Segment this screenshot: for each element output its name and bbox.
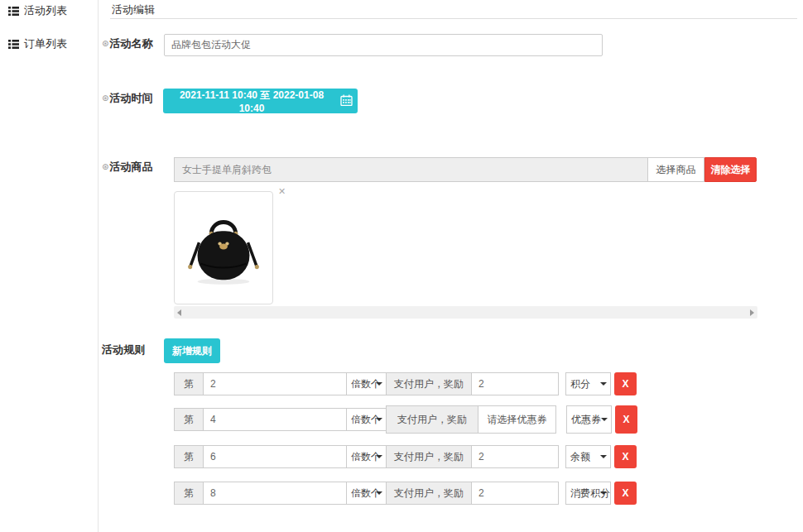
clear-selection-button[interactable]: 清除选择 <box>704 157 757 182</box>
required-mark: ⊛ <box>102 162 108 171</box>
caret-down-icon <box>600 455 607 458</box>
activity-time-label: ⊛活动时间 <box>102 91 152 106</box>
rule-unit-select[interactable]: 倍数个 <box>346 408 387 431</box>
remove-thumbnail-icon[interactable]: ✕ <box>278 187 286 196</box>
sidebar-item-label: 订单列表 <box>24 36 67 51</box>
reward-prefix-label: 支付用户，奖励 <box>386 482 472 505</box>
delete-rule-button[interactable]: X <box>614 445 637 468</box>
scroll-left-icon[interactable] <box>177 309 181 316</box>
thumbnail-scrollbar[interactable] <box>174 306 757 319</box>
reward-prefix-label: 支付用户，奖励 <box>386 445 472 468</box>
caret-down-icon <box>376 418 382 421</box>
add-rule-button[interactable]: 新增规则 <box>164 338 220 363</box>
reward-type-select[interactable]: 积分 <box>565 372 611 395</box>
rule-reward-input[interactable] <box>471 445 559 468</box>
caret-down-icon <box>376 455 382 458</box>
required-mark: ⊛ <box>102 93 108 103</box>
rule-unit-select[interactable]: 倍数个 <box>346 372 387 395</box>
page: 活动列表 订单列表 活动编辑 ⊛活动名称 ⊛活动时间 2021-11-11 10… <box>0 0 803 532</box>
reward-type-select[interactable]: 消费积分 <box>565 482 611 505</box>
activity-product-label: ⊛活动商品 <box>102 160 152 175</box>
delete-rule-button[interactable]: X <box>615 405 637 434</box>
activity-time-range-button[interactable]: 2021-11-11 10:40 至 2022-01-08 10:40 <box>163 89 358 113</box>
rule-reward-input[interactable] <box>471 482 559 505</box>
activity-name-input[interactable] <box>164 34 603 56</box>
rule-count-input[interactable] <box>203 482 347 505</box>
caret-down-icon <box>600 382 607 386</box>
tab-activity-edit[interactable]: 活动编辑 <box>112 2 155 17</box>
ordinal-prefix-label: 第 <box>174 408 204 431</box>
rule-row: 第 倍数个 支付用户，奖励 积分 X <box>174 372 637 395</box>
product-thumbnail <box>174 191 273 304</box>
activity-name-label: ⊛活动名称 <box>102 36 152 51</box>
scroll-right-icon[interactable] <box>750 309 754 316</box>
list-icon <box>8 7 19 16</box>
coupon-picker-button[interactable]: 请选择优惠券 <box>478 405 556 434</box>
caret-down-icon <box>376 491 382 495</box>
caret-down-icon <box>600 491 607 495</box>
rule-count-input[interactable] <box>203 445 347 468</box>
reward-prefix-label: 支付用户，奖励 <box>386 372 472 395</box>
rule-count-input[interactable] <box>203 372 347 395</box>
reward-prefix-label: 支付用户，奖励 <box>386 405 478 434</box>
choose-product-button[interactable]: 选择商品 <box>647 157 704 182</box>
delete-rule-button[interactable]: X <box>614 482 637 505</box>
product-input-group: 选择商品 清除选择 <box>174 157 757 182</box>
reward-type-select[interactable]: 余额 <box>565 445 611 468</box>
rule-reward-input[interactable] <box>471 372 559 395</box>
ordinal-prefix-label: 第 <box>174 445 204 468</box>
rule-row: 第 倍数个 支付用户，奖励 消费积分 X <box>174 482 637 505</box>
calendar-icon <box>340 94 353 108</box>
caret-down-icon <box>376 382 382 386</box>
sidebar-item-order-list[interactable]: 订单列表 <box>8 36 67 51</box>
ordinal-prefix-label: 第 <box>174 372 204 395</box>
handbag-image <box>175 292 272 306</box>
list-icon <box>8 40 19 49</box>
rule-row: 第 倍数个 支付用户，奖励 请选择优惠券 优惠券 X <box>174 405 637 434</box>
header-divider <box>110 18 797 19</box>
sidebar-item-activity-list[interactable]: 活动列表 <box>8 3 67 18</box>
rule-count-input[interactable] <box>203 408 347 431</box>
rule-unit-select[interactable]: 倍数个 <box>346 482 387 505</box>
ordinal-prefix-label: 第 <box>174 482 204 505</box>
product-name-input[interactable] <box>174 157 648 182</box>
time-range-text: 2021-11-11 10:40 至 2022-01-08 10:40 <box>168 89 335 114</box>
sidebar-item-label: 活动列表 <box>24 3 67 18</box>
sidebar: 活动列表 订单列表 <box>0 0 99 532</box>
caret-down-icon <box>601 418 608 421</box>
delete-rule-button[interactable]: X <box>614 372 637 395</box>
reward-type-select[interactable]: 优惠券 <box>566 405 612 434</box>
required-mark: ⊛ <box>102 39 108 48</box>
rule-unit-select[interactable]: 倍数个 <box>346 445 387 468</box>
rule-row: 第 倍数个 支付用户，奖励 余额 X <box>174 445 637 468</box>
activity-rules-label: 活动规则 <box>102 343 145 357</box>
